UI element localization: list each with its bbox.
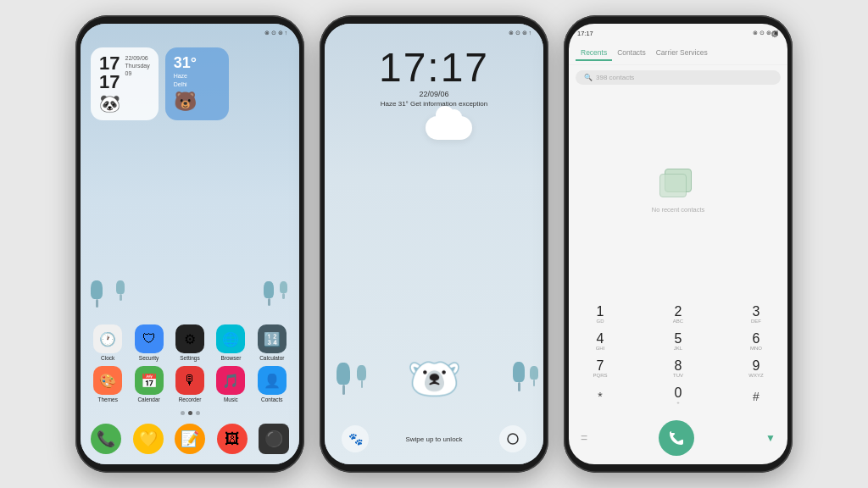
music-label: Music bbox=[224, 396, 238, 402]
key-6[interactable]: 6 MNO bbox=[733, 330, 779, 353]
key-7-num: 7 bbox=[577, 359, 623, 373]
key-9[interactable]: 9 WXYZ bbox=[733, 357, 779, 380]
recorder-icon: 🎙 bbox=[175, 366, 204, 395]
key-hash[interactable]: # bbox=[733, 384, 779, 410]
equals-button[interactable]: = bbox=[581, 431, 587, 445]
key-4[interactable]: 4 GHI bbox=[577, 330, 623, 353]
tree-right bbox=[264, 281, 274, 306]
lock-tree-right bbox=[513, 362, 525, 391]
key-1-num: 1 bbox=[577, 305, 623, 319]
key-8[interactable]: 8 TUV bbox=[655, 357, 701, 380]
calendar-label: Calendar bbox=[137, 396, 159, 402]
dock-gallery[interactable]: 🖼 bbox=[217, 424, 248, 454]
key-8-letters: TUV bbox=[655, 373, 701, 378]
contacts-placeholder-icon bbox=[659, 169, 697, 201]
key-6-letters: MNO bbox=[733, 346, 779, 351]
dialer-search-bar[interactable]: 🔍 398 contacts bbox=[576, 70, 781, 85]
dialer-screen: 17:17 ⊗ ⊙ ⊛ ▣ ⚙ Recents Contacts Carrier… bbox=[569, 24, 787, 464]
weather-condition: Haze bbox=[174, 72, 187, 80]
weather-widget[interactable]: 31° Haze Delhi 🐻 bbox=[165, 47, 229, 120]
cloud-decoration bbox=[426, 116, 472, 140]
key-1[interactable]: 1 GD bbox=[577, 302, 623, 326]
lock-status-icons: ⊗ ⊙ ⊛ ↑ bbox=[509, 30, 531, 36]
dock-files[interactable]: 📝 bbox=[175, 424, 205, 454]
signal-icon: ⊗ ⊙ ⊛ ↑ bbox=[264, 30, 287, 36]
weather-bear-icon: 🐻 bbox=[174, 91, 197, 113]
home-scene bbox=[81, 124, 299, 324]
key-4-letters: GHI bbox=[577, 346, 623, 351]
keypad-row-2: 4 GHI 5 JKL 6 MNO bbox=[577, 330, 779, 353]
swipe-to-unlock[interactable]: Swipe up to unlock bbox=[369, 435, 499, 443]
tab-carrier-services[interactable]: Carrier Services bbox=[651, 46, 713, 61]
key-7[interactable]: 7 PQRS bbox=[577, 357, 623, 380]
key-3-letters: DEF bbox=[733, 319, 779, 324]
widget-day-number: 17 bbox=[99, 54, 120, 73]
contacts-icon: 👤 bbox=[258, 366, 287, 395]
lock-tree-right2 bbox=[530, 366, 538, 386]
key-5-num: 5 bbox=[655, 332, 701, 346]
dialer-tabs: Recents Contacts Carrier Services bbox=[569, 42, 787, 65]
key-4-num: 4 bbox=[577, 332, 623, 346]
app-themes[interactable]: 🎨 Themes bbox=[89, 366, 126, 402]
dock-app5[interactable]: ⚫ bbox=[259, 424, 289, 454]
themes-label: Themes bbox=[97, 396, 117, 402]
key-3-num: 3 bbox=[733, 305, 779, 319]
security-label: Security bbox=[139, 355, 159, 361]
lock-paw-button[interactable]: 🐾 bbox=[342, 425, 369, 452]
app-settings[interactable]: ⚙ Settings bbox=[171, 324, 209, 361]
phone-dialer: 17:17 ⊗ ⊙ ⊛ ▣ ⚙ Recents Contacts Carrier… bbox=[564, 15, 793, 473]
calculator-label: Calculator bbox=[259, 355, 284, 361]
app-contacts[interactable]: 👤 Contacts bbox=[253, 366, 291, 402]
dock-phone[interactable]: 📞 bbox=[91, 424, 121, 454]
browser-icon: 🌐 bbox=[216, 324, 245, 353]
lock-tree-left2 bbox=[357, 365, 366, 388]
tree-far-right bbox=[280, 281, 287, 299]
call-button[interactable] bbox=[659, 420, 694, 456]
bear-decoration: 🐻‍❄️ bbox=[407, 353, 462, 405]
lock-date: 22/09/06 bbox=[419, 90, 448, 98]
clock-icon: 🕐 bbox=[93, 324, 122, 353]
home-status-bar: ⊗ ⊙ ⊛ ↑ bbox=[81, 24, 299, 42]
key-hash-sym: # bbox=[733, 386, 779, 408]
app-browser[interactable]: 🌐 Browser bbox=[212, 324, 249, 361]
date-widget[interactable]: 17 17 22/09/06 Thursday 09 🐼 bbox=[91, 47, 159, 120]
app-clock[interactable]: 🕐 Clock bbox=[89, 324, 126, 361]
home-widgets: 17 17 22/09/06 Thursday 09 🐼 31° H bbox=[81, 44, 299, 124]
page-dots bbox=[81, 408, 299, 419]
lock-tree-left bbox=[337, 363, 350, 395]
key-0[interactable]: 0 + bbox=[655, 384, 701, 410]
tab-recents[interactable]: Recents bbox=[576, 46, 612, 61]
app-security[interactable]: 🛡 Security bbox=[130, 324, 167, 361]
weather-city: Delhi bbox=[174, 80, 187, 89]
music-icon: 🎵 bbox=[216, 366, 245, 395]
svg-point-0 bbox=[508, 434, 518, 444]
app-calculator[interactable]: 🔢 Calculator bbox=[253, 324, 291, 361]
dot-3 bbox=[196, 411, 200, 415]
key-2-num: 2 bbox=[655, 305, 701, 319]
lock-bottom-bar: 🐾 Swipe up to unlock bbox=[325, 419, 543, 464]
browser-label: Browser bbox=[220, 355, 241, 361]
keypad: 1 GD 2 ABC 3 DEF 4 GHI bbox=[569, 299, 787, 417]
key-6-num: 6 bbox=[733, 332, 779, 346]
app-calendar[interactable]: 📅 Calendar bbox=[130, 366, 167, 402]
lock-camera-button[interactable] bbox=[499, 425, 526, 452]
dock-notes[interactable]: 💛 bbox=[133, 424, 164, 454]
tab-contacts[interactable]: Contacts bbox=[612, 46, 651, 61]
widget-day-number2: 17 bbox=[99, 73, 120, 92]
settings-gear-icon[interactable]: ⚙ bbox=[771, 29, 779, 40]
app-music[interactable]: 🎵 Music bbox=[212, 366, 249, 402]
key-0-num: 0 bbox=[655, 386, 701, 400]
key-9-letters: WXYZ bbox=[733, 373, 779, 378]
widget-date-text: 22/09/06 bbox=[125, 54, 149, 62]
key-5[interactable]: 5 JKL bbox=[655, 330, 701, 353]
key-1-letters: GD bbox=[577, 319, 623, 324]
keypad-row-1: 1 GD 2 ABC 3 DEF bbox=[577, 302, 779, 326]
app-recorder[interactable]: 🎙 Recorder bbox=[171, 366, 209, 402]
key-3[interactable]: 3 DEF bbox=[733, 302, 779, 326]
key-2[interactable]: 2 ABC bbox=[655, 302, 701, 326]
search-magnifier-icon: 🔍 bbox=[584, 74, 593, 81]
key-star[interactable]: * bbox=[577, 384, 623, 410]
down-arrow-button[interactable]: ▼ bbox=[765, 432, 776, 444]
dialer-status-bar: 17:17 ⊗ ⊙ ⊛ ▣ bbox=[569, 24, 787, 42]
contacts-label: Contacts bbox=[261, 396, 283, 402]
